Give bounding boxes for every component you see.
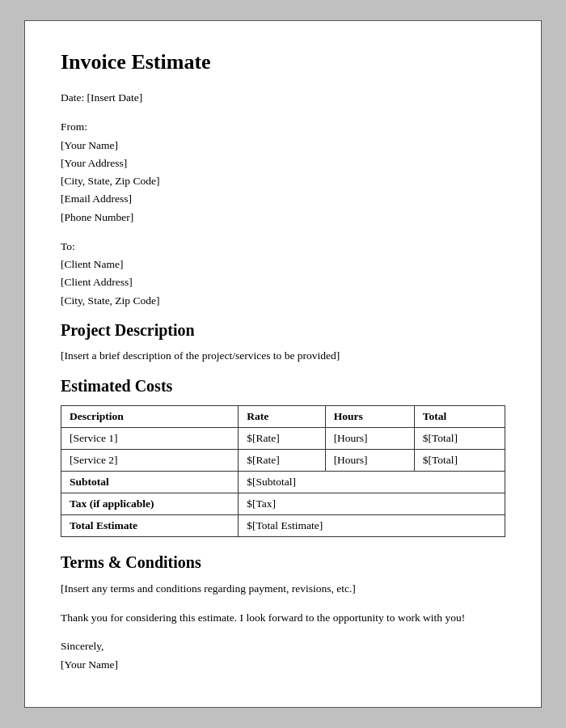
to-city: [City, State, Zip Code]	[61, 292, 505, 310]
tax-label: Tax (if applicable)	[61, 493, 239, 515]
service1-hours: [Hours]	[325, 428, 414, 450]
date-block: Date: [Insert Date]	[61, 89, 505, 107]
tax-value: $[Tax]	[239, 493, 505, 515]
service2-rate: $[Rate]	[239, 450, 325, 472]
col-rate: Rate	[239, 406, 325, 428]
from-name: [Your Name]	[61, 137, 505, 154]
from-email: [Email Address]	[61, 190, 505, 208]
subtotal-value: $[Subtotal]	[239, 472, 505, 493]
service1-total: $[Total]	[414, 428, 505, 450]
costs-heading: Estimated Costs	[61, 377, 505, 396]
project-heading: Project Description	[61, 321, 505, 340]
from-block: From: [Your Name] [Your Address] [City, …	[61, 118, 505, 226]
table-row: [Service 2] $[Rate] [Hours] $[Total]	[61, 450, 505, 472]
total-row: Total Estimate $[Total Estimate]	[61, 515, 505, 537]
costs-table: Description Rate Hours Total [Service 1]…	[61, 405, 505, 537]
subtotal-row: Subtotal $[Subtotal]	[61, 472, 505, 493]
tax-row: Tax (if applicable) $[Tax]	[61, 493, 505, 515]
service2-hours: [Hours]	[325, 450, 414, 472]
col-hours: Hours	[325, 406, 414, 428]
service1-desc: [Service 1]	[61, 428, 239, 450]
terms-heading: Terms & Conditions	[61, 553, 505, 572]
to-label: To:	[61, 238, 505, 256]
project-description: [Insert a brief description of the proje…	[61, 348, 505, 364]
col-total: Total	[414, 406, 505, 428]
to-address: [Client Address]	[61, 273, 505, 291]
service2-desc: [Service 2]	[61, 450, 239, 472]
service1-rate: $[Rate]	[239, 428, 325, 450]
total-value: $[Total Estimate]	[239, 515, 505, 537]
table-header-row: Description Rate Hours Total	[61, 406, 505, 428]
from-label: From:	[61, 118, 505, 136]
col-description: Description	[61, 406, 239, 428]
document-title: Invoice Estimate	[61, 50, 505, 74]
closing-name: [Your Name]	[61, 656, 505, 674]
invoice-document: Invoice Estimate Date: [Insert Date] Fro…	[24, 20, 542, 708]
from-phone: [Phone Number]	[61, 209, 505, 226]
date-label: Date: [Insert Date]	[61, 91, 142, 104]
thank-you-text: Thank you for considering this estimate.…	[61, 609, 505, 627]
closing-label: Sincerely,	[61, 637, 505, 655]
terms-text: [Insert any terms and conditions regardi…	[61, 580, 505, 598]
to-block: To: [Client Name] [Client Address] [City…	[61, 238, 505, 310]
total-label: Total Estimate	[61, 515, 239, 537]
from-city: [City, State, Zip Code]	[61, 172, 505, 190]
closing-block: Sincerely, [Your Name]	[61, 637, 505, 674]
subtotal-label: Subtotal	[61, 472, 239, 493]
service2-total: $[Total]	[414, 450, 505, 472]
to-name: [Client Name]	[61, 256, 505, 273]
from-address: [Your Address]	[61, 154, 505, 172]
table-row: [Service 1] $[Rate] [Hours] $[Total]	[61, 428, 505, 450]
